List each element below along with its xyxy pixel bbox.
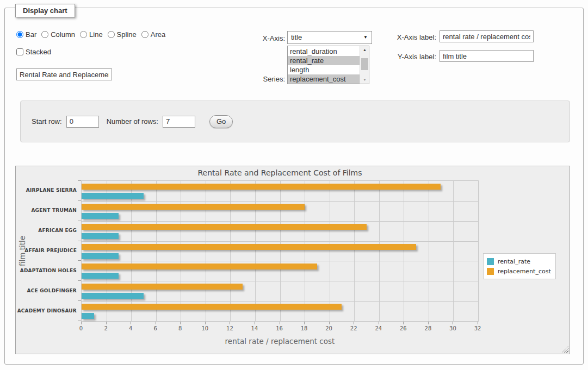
- x-tick: [131, 322, 131, 324]
- chart-type-label: Spline: [117, 30, 137, 39]
- gridline: [82, 241, 478, 242]
- stacked-label: Stacked: [16, 48, 51, 56]
- bar-rental_rate: [82, 233, 119, 239]
- x-axis-label-input[interactable]: [440, 30, 534, 42]
- x-tick: [304, 322, 305, 324]
- chart-type-option-area: Area: [141, 30, 165, 39]
- chart-type-label: Area: [151, 30, 165, 39]
- gridline: [82, 201, 478, 202]
- chart-type-radio-bar[interactable]: [16, 31, 23, 38]
- x-tick-label: 6: [147, 325, 164, 331]
- x-tick: [255, 322, 255, 324]
- y-tick: [78, 260, 81, 261]
- gridline: [82, 261, 478, 261]
- x-tick: [354, 322, 354, 324]
- series-scrollbar[interactable]: ▲ ▼: [360, 46, 369, 84]
- x-tick-label: 10: [197, 325, 213, 331]
- x-tick-label: 32: [469, 325, 486, 331]
- bar-replacement_cost: [82, 244, 416, 250]
- legend-label: rental_rate: [498, 258, 530, 265]
- series-option-length[interactable]: length: [288, 65, 360, 74]
- x-tick-label: 0: [73, 325, 89, 331]
- bar-replacement_cost: [82, 224, 367, 230]
- series-option-rental_duration[interactable]: rental_duration: [288, 47, 360, 56]
- series-option-rental_rate[interactable]: rental_rate: [288, 56, 360, 65]
- scroll-up-icon[interactable]: ▲: [360, 46, 369, 54]
- gridline: [82, 301, 478, 302]
- resize-grip-icon[interactable]: [562, 346, 568, 353]
- go-button[interactable]: Go: [209, 115, 233, 128]
- gridline: [453, 181, 454, 321]
- y-tick: [78, 321, 81, 321]
- scrollbar-thumb[interactable]: [361, 58, 368, 70]
- gridline: [305, 181, 305, 321]
- stacked-checkbox[interactable]: [16, 48, 23, 55]
- gridline: [82, 221, 478, 222]
- num-rows-input[interactable]: [163, 116, 195, 128]
- x-tick: [329, 322, 330, 324]
- chart-type-radio-spline[interactable]: [108, 31, 115, 38]
- chart-type-label: Column: [51, 30, 75, 39]
- x-tick: [403, 322, 404, 324]
- stacked-row: Stacked: [16, 48, 51, 56]
- x-axis-select[interactable]: title ▼: [287, 31, 372, 44]
- chart-type-radio-line[interactable]: [80, 31, 87, 38]
- x-tick: [205, 322, 206, 324]
- x-tick-label: 26: [395, 325, 411, 331]
- chart-type-radio-area[interactable]: [141, 31, 148, 38]
- series-option-replacement_cost[interactable]: replacement_cost: [288, 74, 360, 84]
- bar-rental_rate: [82, 193, 144, 199]
- series-options: rental_durationrental_ratelengthreplacem…: [288, 47, 360, 84]
- bar-rental_rate: [82, 273, 119, 279]
- legend-label: replacement_cost: [498, 268, 551, 275]
- x-tick-label: 4: [122, 325, 139, 331]
- start-row-input[interactable]: [66, 116, 99, 128]
- x-tick: [230, 322, 230, 324]
- chart-type-radio-group: BarColumnLineSplineArea: [16, 30, 165, 39]
- gridline: [131, 181, 132, 321]
- gridline: [404, 181, 404, 321]
- chart-type-radio-column[interactable]: [41, 31, 48, 38]
- bar-rental_rate: [82, 313, 94, 319]
- page: Display chart BarColumnLineSplineArea St…: [0, 0, 588, 370]
- gridline: [354, 181, 355, 321]
- gridline: [330, 181, 330, 321]
- chart-container: Rental Rate and Replacement Cost of Film…: [15, 166, 570, 354]
- chart-plot-area: [81, 180, 479, 322]
- x-tick: [428, 322, 429, 324]
- scroll-down-icon[interactable]: ▼: [360, 76, 369, 84]
- legend-row: replacement_cost: [487, 266, 551, 276]
- y-tick: [78, 300, 81, 301]
- x-tick: [180, 322, 181, 324]
- category-label: AIRPLANE SIERRA: [16, 187, 77, 193]
- y-axis-label-label: Y-Axis label:: [375, 53, 436, 61]
- gridline: [82, 281, 478, 281]
- x-tick-label: 14: [246, 325, 263, 331]
- series-listbox[interactable]: rental_durationrental_ratelengthreplacem…: [287, 46, 369, 84]
- x-tick: [453, 322, 453, 324]
- bar-replacement_cost: [82, 264, 317, 269]
- x-axis-select-label: X-Axis:: [234, 34, 285, 42]
- bar-replacement_cost: [82, 204, 305, 210]
- chart-title-input[interactable]: [16, 68, 112, 80]
- y-tick: [78, 280, 81, 281]
- x-tick-label: 2: [98, 325, 114, 331]
- chart-type-label: Bar: [26, 30, 36, 39]
- x-tick-label: 22: [345, 325, 362, 331]
- chart-type-option-spline: Spline: [108, 30, 137, 39]
- x-axis-label-label: X-Axis label:: [375, 33, 436, 41]
- x-tick: [81, 322, 82, 324]
- chevron-down-icon: ▼: [363, 35, 368, 40]
- chart-title: Rental Rate and Replacement Cost of Film…: [81, 168, 479, 177]
- chart-type-option-line: Line: [80, 30, 103, 39]
- chart-type-option-bar: Bar: [16, 30, 36, 39]
- y-axis-label-input[interactable]: [440, 50, 534, 62]
- gridline: [280, 181, 281, 321]
- bar-replacement_cost: [82, 284, 243, 290]
- gridline: [181, 181, 181, 321]
- bar-rental_rate: [82, 213, 119, 219]
- category-label: AGENT TRUMAN: [16, 208, 77, 213]
- num-rows-label: Number of rows:: [107, 117, 158, 126]
- x-tick: [156, 322, 156, 324]
- bar-replacement_cost: [82, 304, 342, 310]
